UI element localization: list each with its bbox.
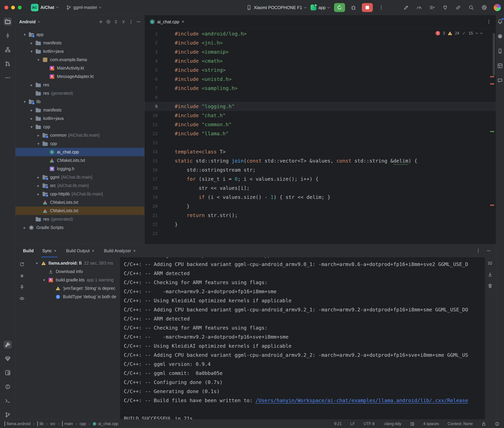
chevron-open-icon[interactable]: ▾ — [34, 261, 40, 265]
code-line-15[interactable]: 15static std::string join(const std::vec… — [145, 156, 496, 165]
code-line-13[interactable]: 13 — [145, 138, 496, 147]
tree-item-cmakelists-txt[interactable]: CMakeLists.txt — [16, 156, 144, 165]
code-line-19[interactable]: 19 if (i < values.size() - 1) { str << d… — [145, 193, 496, 202]
info-circle-icon[interactable] — [495, 421, 500, 426]
line-number[interactable]: 13 — [145, 138, 160, 147]
line-number[interactable]: 8 — [145, 93, 160, 102]
minimize-window-button[interactable] — [11, 6, 15, 9]
close-tab-icon[interactable]: × — [92, 248, 94, 254]
tree-item-kotlin-java[interactable]: ▸kotlin+java — [16, 114, 144, 123]
sync-item-build-gradle-kts[interactable]: ▾Kbuild.gradle.ktsapp 1 warning — [28, 276, 120, 284]
line-number[interactable]: 4 — [145, 57, 160, 66]
tree-item-logging-h[interactable]: Hlogging.h — [16, 165, 144, 173]
pin-button[interactable] — [18, 283, 26, 291]
notifications-button[interactable] — [496, 18, 504, 25]
code-line-2[interactable]: 2#include <jni.h> — [145, 38, 496, 48]
code-line-12[interactable]: 12#include "llama.h" — [145, 129, 496, 138]
chevron-open-icon[interactable]: ▾ — [21, 32, 28, 37]
logcat-tool-button[interactable] — [4, 369, 12, 377]
more-run-actions-button[interactable] — [377, 4, 385, 11]
resync-button[interactable] — [18, 261, 26, 269]
chevron-closed-icon[interactable]: ▸ — [35, 192, 42, 196]
gradle-tool-button[interactable]: G — [496, 32, 504, 40]
plugins-button[interactable] — [441, 4, 449, 11]
line-number[interactable]: 12 — [145, 129, 160, 138]
task-list-button[interactable] — [428, 4, 436, 11]
line-number[interactable]: 23 — [145, 229, 160, 238]
line-number[interactable]: 15 — [145, 156, 160, 165]
code-line-21[interactable]: 21 return str.str(); — [145, 211, 496, 220]
close-tab-icon[interactable]: × — [133, 248, 136, 254]
sync-item-buildtype-debug-is-both-de[interactable]: iBuildType 'debug' is both de — [28, 293, 120, 301]
sync-item-llama-android-fi[interactable]: ▾!llama.android: fi22 sec, 583 ms — [28, 259, 120, 267]
error-stripe-mark[interactable] — [490, 76, 494, 77]
file-encoding[interactable]: UTF-8 — [364, 421, 375, 426]
link-device-button[interactable] — [454, 4, 462, 11]
line-number[interactable]: 17 — [145, 174, 160, 184]
code-line-9[interactable]: 9#include "logging.h" — [145, 102, 496, 111]
stop-button[interactable] — [362, 3, 373, 12]
new-file-button[interactable] — [97, 18, 104, 25]
dependencies-tool-button[interactable] — [4, 355, 12, 362]
tree-item-app[interactable]: ▾app — [16, 30, 144, 39]
code-line-23[interactable]: 23 — [145, 229, 496, 238]
project-selector[interactable]: AC AiChat — [31, 4, 58, 11]
code-editor[interactable]: 1#include <android/log.h>2#include <jni.… — [145, 29, 496, 244]
editor-tab[interactable]: C ai_chat.cpp × — [145, 15, 188, 28]
zoom-window-button[interactable] — [18, 6, 22, 9]
chevron-closed-icon[interactable]: ▸ — [21, 225, 28, 230]
line-number[interactable]: 14 — [145, 147, 160, 156]
line-number[interactable]: 21 — [145, 211, 160, 220]
expand-all-button[interactable] — [112, 18, 119, 25]
tree-item-cmakelists-txt[interactable]: CMakeLists.txt — [16, 206, 144, 215]
tree-item-cpp[interactable]: ▾cpp — [16, 140, 144, 148]
breadcrumb-src[interactable]: src — [50, 421, 55, 426]
line-number[interactable]: 11 — [145, 120, 160, 129]
breadcrumb-llama-android[interactable]: llama.android — [4, 421, 31, 426]
show-details-button[interactable] — [18, 295, 26, 303]
code-line-5[interactable]: 5#include <string> — [145, 66, 496, 75]
tree-item-common[interactable]: ▸common[AiChat.lib.main] — [16, 131, 144, 140]
tree-item-kotlin-java[interactable]: ▾kotlin+java — [16, 47, 144, 56]
line-number[interactable]: 6 — [145, 75, 160, 84]
tree-item-res[interactable]: ▸res — [16, 81, 144, 89]
chevron-open-icon[interactable]: ▾ — [28, 125, 35, 129]
chevron-closed-icon[interactable]: ▸ — [28, 108, 35, 112]
soft-wrap-button[interactable] — [486, 259, 494, 267]
line-number[interactable]: 22 — [145, 220, 160, 229]
clang-tidy-widget[interactable]: .clang-tidy — [383, 421, 401, 426]
chevron-open-icon[interactable]: ▾ — [21, 99, 28, 104]
chevron-open-icon[interactable]: ▾ — [28, 49, 35, 54]
tree-item-cpp-httplib[interactable]: ▸cpp-httplib[AiChat.lib.main] — [16, 190, 144, 198]
tree-item-ggml[interactable]: ▸ggml[AiChat.lib.main] — [16, 173, 144, 181]
change-stripe-mark[interactable] — [490, 131, 494, 132]
line-number[interactable]: 19 — [145, 193, 160, 202]
line-number[interactable]: 5 — [145, 66, 160, 75]
code-line-3[interactable]: 3#include <iomanip> — [145, 48, 496, 57]
chevron-closed-icon[interactable]: ▸ — [28, 83, 35, 87]
breadcrumb-cpp[interactable]: cpp — [80, 421, 86, 426]
commit-tool-button[interactable] — [4, 32, 12, 40]
debug-button[interactable] — [350, 4, 357, 11]
code-line-17[interactable]: 17 for (size_t i = 0; i < values.size();… — [145, 174, 496, 184]
code-line-14[interactable]: 14template<class T> — [145, 147, 496, 156]
close-tab-icon[interactable]: × — [54, 248, 56, 254]
chevron-open-icon[interactable]: ▾ — [41, 278, 48, 282]
tree-item-src[interactable]: ▸src[AiChat.lib.main] — [16, 181, 144, 190]
build-tab-build-analyzer[interactable]: Build Analyzer× — [103, 244, 137, 257]
tree-item-com-example-llama[interactable]: ▾com.example.llama — [16, 56, 144, 64]
context-widget[interactable]: Context: None — [448, 421, 473, 426]
sync-item-jvmtarget-string-is-deprec[interactable]: !'jvmTarget: String' is deprec — [28, 284, 120, 293]
tree-item-messageadapter-kt[interactable]: KMessageAdapter.kt — [16, 72, 144, 81]
inspections-widget[interactable]: 3 24 ✓ 15 — [436, 31, 482, 36]
error-stripe-mark[interactable] — [490, 205, 494, 206]
profile-button[interactable] — [493, 4, 501, 11]
chevron-open-icon[interactable]: ▾ — [35, 141, 42, 146]
editor-scrollbar[interactable] — [493, 33, 495, 76]
panel-options-button[interactable] — [128, 18, 135, 25]
pull-requests-tool-button[interactable] — [4, 60, 12, 68]
chevron-closed-icon[interactable]: ▸ — [28, 116, 35, 121]
tree-item-res[interactable]: res(generated) — [16, 89, 144, 98]
tree-item-res[interactable]: res(generated) — [16, 215, 144, 223]
breadcrumb-ai-chat-cpp[interactable]: Cai_chat.cpp — [93, 421, 118, 426]
